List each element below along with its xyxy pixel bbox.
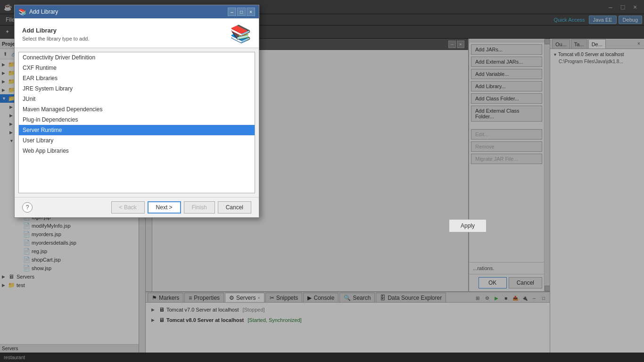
lib-item-3[interactable]: JRE System Library [19,83,255,94]
dialog-library-icon: 📚 [230,39,251,44]
dialog-header: Add Library Select the library type to a… [15,39,259,48]
next-button[interactable]: Next > [148,201,181,214]
apply-button[interactable]: Apply [449,219,487,232]
library-list[interactable]: Connectivity Driver Definition CXF Runti… [18,52,255,193]
lib-item-9[interactable]: Web App Libraries [19,146,255,156]
cancel-button[interactable]: Cancel [218,201,251,214]
lib-item-4[interactable]: JUnit [19,94,255,104]
back-button[interactable]: < Back [111,201,145,214]
dialog-footer-left: ? [22,202,33,213]
lib-item-2[interactable]: EAR Libraries [19,73,255,83]
lib-item-5[interactable]: Maven Managed Dependencies [19,104,255,115]
finish-button[interactable]: Finish [184,201,215,214]
lib-item-1[interactable]: CXF Runtime [19,63,255,73]
help-button[interactable]: ? [22,202,33,213]
dialog-footer: ? < Back Next > Finish Cancel [15,197,259,217]
dialog-header-text: Add Library Select the library type to a… [22,39,89,41]
lib-item-6[interactable]: Plug-in Dependencies [19,115,255,125]
lib-item-7[interactable]: Server Runtime [19,125,255,135]
lib-item-0[interactable]: Connectivity Driver Definition [19,52,255,63]
dialog-subtitle: Select the library type to add. [22,39,89,41]
dialog-footer-right: < Back Next > Finish Cancel [111,201,251,214]
lib-item-8[interactable]: User Library [19,135,255,146]
add-library-dialog: 📚 Add Library – □ × Add Library Select t… [14,39,259,218]
dialog-overlay: 📚 Add Library – □ × Add Library Select t… [0,39,644,362]
dialog-body: Connectivity Driver Definition CXF Runti… [15,48,259,197]
